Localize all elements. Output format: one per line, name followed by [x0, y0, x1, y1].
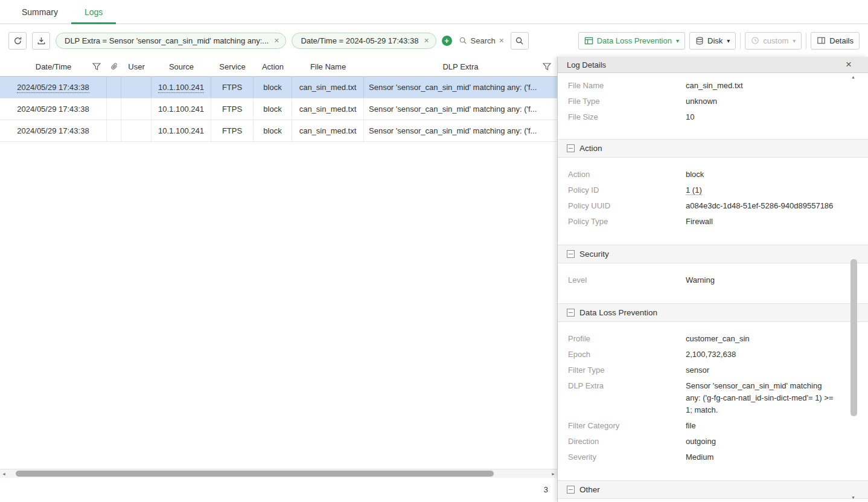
log-row[interactable]: 2024/05/29 17:43:38 10.1.100.241 FTPS bl…	[0, 120, 557, 142]
log-storage-dropdown[interactable]: Disk ▾	[689, 32, 736, 50]
log-toolbar: DLP Extra = Sensor 'sensor_can_sin_mid' …	[0, 24, 868, 57]
cell-user	[121, 98, 152, 120]
horizontal-scrollbar[interactable]: ◄ ►	[0, 469, 557, 478]
source-drilldown-link[interactable]: 10.1.100.241	[158, 82, 204, 93]
row-count: 3	[0, 478, 557, 502]
column-header-datetime[interactable]: Date/Time	[0, 57, 107, 76]
tab-bar: Summary Logs	[0, 0, 868, 24]
cell-user	[121, 120, 152, 141]
field-value: Warning	[686, 274, 837, 286]
log-details-panel: Log Details × File Name can_sin_med.txt …	[557, 57, 868, 502]
refresh-icon	[13, 36, 22, 45]
cell-service: FTPS	[211, 120, 254, 141]
tab-summary[interactable]: Summary	[8, 0, 71, 24]
column-label: DLP Extra	[442, 62, 478, 71]
column-header-dlp-extra[interactable]: DLP Extra	[364, 57, 557, 76]
cell-dlp-extra: Sensor 'sensor_can_sin_mid' matching any…	[364, 98, 557, 120]
datetime-drilldown-link[interactable]: 2024/05/29 17:43:38	[17, 82, 89, 93]
field-value: block	[686, 169, 837, 181]
search-button[interactable]	[511, 32, 529, 50]
field-value: a084e3dc-1d48-51ef-5286-940d89557186	[686, 200, 837, 212]
field-value: can_sin_med.txt	[686, 80, 837, 92]
field-value: customer_can_sin	[686, 333, 837, 345]
filter-pill-label: DLP Extra = Sensor 'sensor_can_sin_mid' …	[65, 36, 269, 45]
column-label: Source	[169, 62, 194, 71]
detail-row: Profile customer_can_sin	[558, 331, 868, 347]
tab-logs[interactable]: Logs	[71, 0, 116, 24]
detail-row: File Name can_sin_med.txt	[558, 78, 868, 94]
search-input[interactable]: Search ×	[458, 36, 505, 45]
collapse-icon[interactable]	[567, 309, 575, 317]
close-icon[interactable]: ×	[846, 59, 852, 71]
cell-attachment	[107, 98, 121, 120]
filter-pill-dlp-extra[interactable]: DLP Extra = Sensor 'sensor_can_sin_mid' …	[56, 33, 286, 49]
table-empty-space	[0, 142, 557, 469]
vertical-scrollbar[interactable]: ▲ ▼	[850, 75, 858, 500]
filter-funnel-icon[interactable]	[92, 63, 101, 71]
table-header-row: Date/Time User Source Service Action	[0, 57, 557, 77]
column-header-attachment[interactable]	[107, 57, 121, 76]
cell-attachment	[107, 120, 121, 141]
log-row[interactable]: 2024/05/29 17:43:38 10.1.100.241 FTPS bl…	[0, 77, 557, 98]
cell-service: FTPS	[211, 77, 254, 98]
cell-source: 10.1.100.241	[152, 77, 211, 98]
log-type-label: Data Loss Prevention	[597, 36, 672, 45]
detail-row: File Type unknown	[558, 94, 868, 109]
log-type-dropdown[interactable]: Data Loss Prevention ▾	[578, 32, 685, 50]
detail-row: Policy ID 1 (1)	[558, 182, 868, 198]
section-header-other[interactable]: Other	[558, 480, 868, 499]
tab-summary-label: Summary	[22, 7, 58, 17]
vertical-scrollbar-thumb[interactable]	[850, 259, 857, 416]
add-filter-button[interactable]: +	[442, 36, 452, 46]
section-header-dlp[interactable]: Data Loss Prevention	[558, 303, 868, 322]
details-toggle-button[interactable]: Details	[811, 32, 860, 50]
column-header-service[interactable]: Service	[211, 57, 254, 76]
policy-id-link[interactable]: 1 (1)	[686, 185, 702, 195]
column-header-user[interactable]: User	[121, 57, 152, 76]
field-value: 10	[686, 111, 837, 123]
field-label: Profile	[558, 333, 686, 345]
detail-row: Filter Type sensor	[558, 362, 868, 378]
collapse-icon[interactable]	[567, 144, 575, 152]
horizontal-scrollbar-thumb[interactable]	[16, 471, 494, 477]
chevron-down-icon: ▾	[727, 37, 730, 44]
cell-datetime: 2024/05/29 17:43:38	[0, 77, 107, 98]
detail-row: File Size 10	[558, 109, 868, 125]
time-range-label: custom	[763, 36, 788, 45]
log-row[interactable]: 2024/05/29 17:43:38 10.1.100.241 FTPS bl…	[0, 98, 557, 120]
section-header-action[interactable]: Action	[558, 139, 868, 158]
remove-filter-icon[interactable]: ×	[274, 36, 279, 45]
download-button[interactable]	[32, 32, 50, 50]
chevron-down-icon: ▾	[793, 37, 796, 44]
toolbar-divider	[740, 33, 741, 49]
clear-search-icon[interactable]: ×	[499, 36, 504, 45]
field-label: File Name	[558, 80, 686, 92]
section-header-security[interactable]: Security	[558, 245, 868, 263]
field-value: Sensor 'sensor_can_sin_mid' matching any…	[686, 380, 837, 416]
column-header-action[interactable]: Action	[254, 57, 292, 76]
field-label: Severity	[558, 451, 686, 463]
column-header-file-name[interactable]: File Name	[292, 57, 364, 76]
log-table: Date/Time User Source Service Action	[0, 57, 557, 502]
scroll-left-icon[interactable]: ◄	[2, 472, 6, 476]
refresh-button[interactable]	[8, 32, 27, 50]
filter-pill-datetime[interactable]: Date/Time = 2024-05-29 17:43:38 ×	[292, 33, 436, 49]
toolbar-divider	[806, 33, 806, 49]
remove-filter-icon[interactable]: ×	[424, 36, 429, 45]
detail-row: Severity Medium	[558, 449, 868, 465]
cell-file-name: can_sin_med.txt	[292, 77, 364, 98]
scroll-right-icon[interactable]: ►	[551, 472, 555, 476]
scroll-down-icon[interactable]: ▼	[851, 495, 855, 500]
scroll-up-icon[interactable]: ▲	[851, 75, 855, 79]
cell-service: FTPS	[211, 98, 254, 120]
column-header-source[interactable]: Source	[152, 57, 211, 76]
detail-row: Action block	[558, 167, 868, 182]
collapse-icon[interactable]	[567, 250, 575, 258]
cell-datetime: 2024/05/29 17:43:38	[0, 120, 107, 141]
search-icon	[459, 36, 467, 45]
filter-funnel-icon[interactable]	[543, 63, 551, 71]
log-storage-label: Disk	[707, 36, 723, 45]
collapse-icon[interactable]	[567, 486, 575, 494]
detail-row: DLP Extra Sensor 'sensor_can_sin_mid' ma…	[558, 378, 868, 418]
time-range-dropdown[interactable]: custom ▾	[745, 32, 802, 50]
